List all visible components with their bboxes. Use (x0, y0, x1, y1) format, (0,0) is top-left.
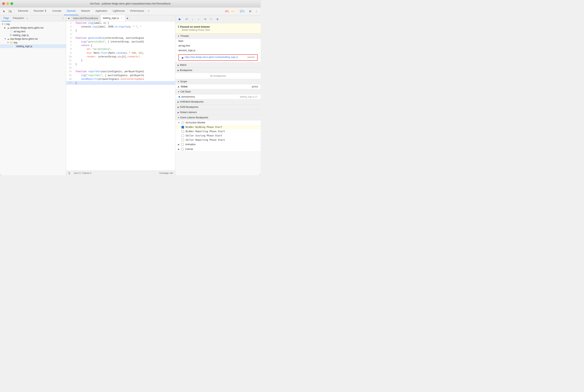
call-stack-header[interactable]: ▼ Call Stack (175, 89, 261, 94)
editor-tab-prev[interactable]: ◀ (66, 15, 71, 22)
left-panel: Page Filesystem » ⋮ ▼ □ top (0, 15, 66, 175)
debug-toolbar: ▶ ↓ ↑ ⇥ ✏ ⏸ (175, 15, 261, 23)
canvas-checkbox[interactable] (181, 148, 184, 150)
ad-auction-category[interactable]: ▼ − Ad Auction Worklet (175, 120, 261, 125)
cursor-icon-btn[interactable] (1, 8, 7, 14)
scope-content: ▶ Global global (175, 84, 261, 89)
event-listener-breakpoints-header[interactable]: ▼ Event Listener Breakpoints (175, 115, 261, 120)
scope-global-item[interactable]: ▶ Global global (175, 84, 261, 89)
maximize-button[interactable] (10, 2, 13, 5)
tree-arrow-dsp-folder: ▼ (7, 42, 10, 44)
xhr-breakpoints-header[interactable]: ▶ XHR/fetch Breakpoints (175, 99, 261, 104)
breakpoints-arrow: ▶ (178, 69, 179, 72)
code-line-1: 1 function log(label, o) { (66, 22, 175, 25)
tree-bidding-gear[interactable]: ▶ ⚙ bidding_logic.js (0, 33, 66, 37)
middle-panel: ◀ index.html?fencedframe bidding_logic.j… (66, 15, 175, 175)
seller-scoring-checkbox[interactable] (181, 134, 184, 137)
animation-checkbox[interactable] (181, 143, 184, 146)
panel-menu-btn[interactable]: ⋮ (62, 17, 64, 20)
threads-arrow: ▼ (178, 35, 180, 37)
seller-reporting-item: Seller Reporting Phase Start (175, 138, 261, 142)
info-badge-btn[interactable]: 💬 1 (238, 9, 247, 14)
no-breakpoints-label: No breakpoints (175, 73, 261, 79)
minimize-button[interactable] (6, 2, 9, 5)
code-line-2: 2 console.log(label, JSON.stringify(o, "… (66, 25, 175, 29)
global-listeners-header[interactable]: ▶ Global Listeners (175, 110, 261, 115)
tree-adtag[interactable]: ▶ 📄 ad-tag.html (0, 30, 66, 33)
bidder-bidding-item: Bidder Bidding Phase Start (175, 125, 261, 129)
code-line-11: 11 } (66, 59, 175, 62)
devtools-window: DevTools - publisher-fledge-demo.glitch.… (0, 0, 261, 175)
event-listener-breakpoints-content: ▼ − Ad Auction Worklet Bidder Bidding Ph… (175, 120, 261, 152)
more-tools-btn[interactable]: ⋮ (254, 8, 259, 14)
bidder-bidding-checkbox[interactable] (181, 126, 184, 128)
editor-tab-next[interactable]: ▶ (125, 15, 130, 22)
resume-btn[interactable]: ▶ (177, 16, 183, 22)
step-over-btn[interactable] (183, 16, 189, 22)
breakpoints-header[interactable]: ▶ Breakpoints (175, 68, 261, 73)
tab-more[interactable]: » (147, 8, 150, 15)
tab-elements[interactable]: Elements (15, 8, 31, 15)
code-area[interactable]: 1 function log(label, o) { 2 console.log… (66, 22, 175, 170)
active-thread-url: https://dsp-fledge-demo.glitch.me/dsp/bi… (185, 56, 246, 58)
gear-file-icon: ⚙ (10, 34, 12, 36)
pause-on-exception-btn[interactable]: ⏸ (215, 16, 220, 22)
canvas-section[interactable]: ▶ Canvas (175, 147, 261, 152)
tab-filesystem[interactable]: Filesystem (11, 15, 26, 22)
tab-lighthouse[interactable]: Lighthouse (110, 8, 127, 15)
seller-reporting-checkbox[interactable] (181, 139, 184, 141)
watch-arrow: ▶ (178, 64, 179, 66)
editor-tab-index[interactable]: index.html?fencedframe (71, 15, 100, 22)
traffic-lights (2, 2, 13, 5)
step-into-btn[interactable]: ↓ (190, 16, 195, 22)
code-line-3: 3 } (66, 29, 175, 32)
thread-main[interactable]: Main (175, 39, 261, 44)
deactivate-btn[interactable]: ✏ (208, 16, 214, 22)
threads-header[interactable]: ▼ Threads (175, 34, 261, 39)
tab-recorder[interactable]: Recorder 🎙 (31, 8, 50, 15)
call-stack-loc: bidding_logic.js:17 (240, 96, 258, 98)
device-toolbar-btn[interactable] (7, 8, 13, 14)
tab-sources[interactable]: Sources (64, 8, 78, 15)
tab-page[interactable]: Page (1, 15, 11, 22)
watch-header[interactable]: ▶ Watch (175, 62, 261, 68)
global-listeners-arrow: ▶ (178, 111, 179, 114)
tab-application[interactable]: Application (93, 8, 110, 15)
tree-dsp-fledge[interactable]: ▼ ☁ dsp-fledge-demo.glitch.me (0, 37, 66, 41)
cloud-icon: ☁ (7, 26, 9, 29)
device-icon (9, 10, 11, 13)
scope-global-arrow: ▶ (178, 86, 180, 88)
tab-performance[interactable]: Performance (127, 8, 147, 15)
editor-tab-bidding[interactable]: bidding_logic.js × (100, 15, 125, 22)
format-btn[interactable]: {} (68, 172, 70, 174)
step-out-btn[interactable]: ↑ (196, 16, 201, 22)
thread-decision[interactable]: decision_logic.js (175, 48, 261, 53)
dom-breakpoints-header[interactable]: ▶ DOM Breakpoints (175, 104, 261, 110)
animation-category[interactable]: ▶ Animation (175, 142, 261, 147)
scope-header[interactable]: ▼ Scope (175, 79, 261, 84)
tab-network[interactable]: Network (78, 8, 93, 15)
ad-auction-checkbox[interactable]: − (181, 122, 184, 124)
panel-tabs-more[interactable]: » (27, 17, 28, 20)
settings-btn[interactable]: ⚙ (247, 8, 253, 14)
step-over-icon (185, 18, 188, 21)
step-btn[interactable]: ⇥ (202, 16, 208, 22)
error-badge-btn[interactable]: ⊗ 1 ⚠ 1 (223, 9, 237, 14)
scope-global-value: global (252, 85, 258, 88)
tree-top[interactable]: ▼ □ top (0, 22, 66, 26)
tab-console[interactable]: Console (50, 8, 64, 15)
tree-dsp-folder[interactable]: ▼ 📁 dsp (0, 41, 66, 44)
close-button[interactable] (2, 2, 5, 5)
tree-bidding-js[interactable]: ▶ 📄 bidding_logic.js (0, 44, 66, 48)
bidder-reporting-checkbox[interactable] (181, 130, 184, 133)
info-badge: 💬 1 (239, 10, 245, 13)
code-line-14: 14 function reportWin(auctionSignals, pe… (66, 70, 175, 74)
code-line-6: 6 log("generateBid", { interestGroup, au… (66, 40, 175, 44)
thread-adtag[interactable]: ad-tag.html (175, 44, 261, 48)
tree-publisher[interactable]: ▶ ☁ publisher-fledge-demo.glitch.me (0, 26, 66, 30)
thread-active[interactable]: ◆ https://dsp-fledge-demo.glitch.me/dsp/… (178, 54, 258, 61)
call-stack-arrow: ▼ (178, 91, 180, 93)
file-icon: 📄 (10, 30, 13, 33)
call-stack-anon[interactable]: ◆ (anonymous) bidding_logic.js:17 (175, 94, 261, 99)
editor-tab-close[interactable]: × (120, 17, 123, 20)
